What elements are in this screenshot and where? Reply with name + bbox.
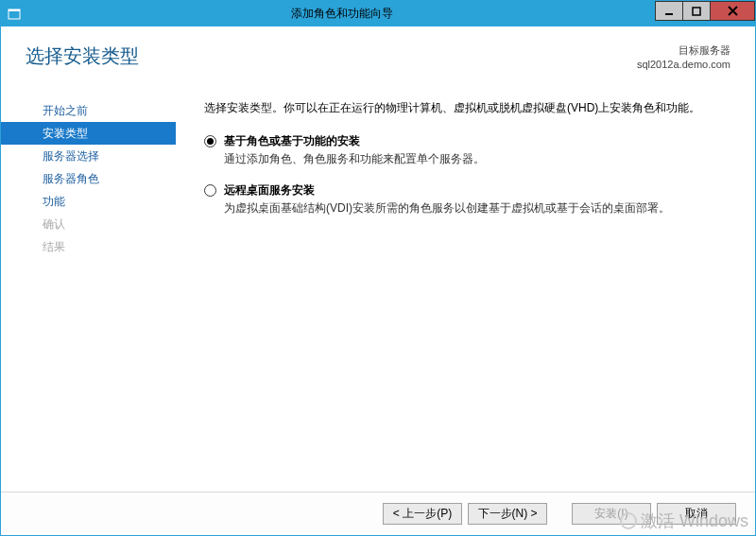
close-button[interactable]	[710, 1, 755, 21]
option-rds[interactable]: 远程桌面服务安装 为虚拟桌面基础结构(VDI)安装所需的角色服务以创建基于虚拟机…	[204, 182, 732, 216]
nav-confirmation: 确认	[1, 213, 176, 235]
radio-role-based[interactable]	[204, 135, 216, 147]
option-rds-desc: 为虚拟桌面基础结构(VDI)安装所需的角色服务以创建基于虚拟机或基于会话的桌面部…	[224, 199, 732, 216]
nav-install-type[interactable]: 安装类型	[1, 122, 176, 145]
nav-server-selection[interactable]: 服务器选择	[1, 145, 176, 167]
target-server-name: sql2012a.demo.com	[637, 58, 730, 72]
target-server-label: 目标服务器	[637, 43, 730, 58]
option-role-based-text: 基于角色或基于功能的安装 通过添加角色、角色服务和功能来配置单个服务器。	[224, 133, 732, 167]
nav-before-begin[interactable]: 开始之前	[1, 99, 176, 122]
page-title: 选择安装类型	[26, 43, 637, 69]
minimize-button[interactable]	[655, 1, 683, 21]
maximize-button[interactable]	[682, 1, 711, 21]
option-rds-text: 远程桌面服务安装 为虚拟桌面基础结构(VDI)安装所需的角色服务以创建基于虚拟机…	[224, 182, 732, 216]
option-role-based-title: 基于角色或基于功能的安装	[224, 133, 732, 149]
wizard-footer: < 上一步(P) 下一步(N) > 安装(I) 取消	[1, 492, 755, 535]
intro-text: 选择安装类型。你可以在正在运行的物理计算机、虚拟机或脱机虚拟硬盘(VHD)上安装…	[204, 99, 732, 116]
svg-rect-1	[9, 9, 20, 11]
install-button: 安装(I)	[572, 503, 651, 525]
wizard-nav: 开始之前 安装类型 服务器选择 服务器角色 功能 确认 结果	[1, 82, 176, 492]
wizard-content: 选择安装类型。你可以在正在运行的物理计算机、虚拟机或脱机虚拟硬盘(VHD)上安装…	[176, 82, 755, 492]
radio-rds[interactable]	[204, 184, 216, 197]
previous-button[interactable]: < 上一步(P)	[383, 503, 462, 525]
target-server-info: 目标服务器 sql2012a.demo.com	[637, 43, 730, 73]
nav-features[interactable]: 功能	[1, 190, 176, 213]
nav-server-roles[interactable]: 服务器角色	[1, 167, 176, 190]
option-role-based[interactable]: 基于角色或基于功能的安装 通过添加角色、角色服务和功能来配置单个服务器。	[204, 133, 732, 167]
window-title: 添加角色和功能向导	[27, 6, 656, 22]
option-rds-title: 远程桌面服务安装	[224, 182, 732, 199]
wizard-header: 选择安装类型 目标服务器 sql2012a.demo.com	[1, 26, 755, 82]
nav-results: 结果	[1, 235, 176, 258]
wizard-body: 开始之前 安装类型 服务器选择 服务器角色 功能 确认 结果 选择安装类型。你可…	[1, 82, 755, 492]
next-button[interactable]: 下一步(N) >	[468, 503, 547, 525]
cancel-button[interactable]: 取消	[657, 503, 736, 525]
app-icon	[1, 8, 27, 21]
titlebar[interactable]: 添加角色和功能向导	[1, 1, 755, 26]
window-controls	[656, 1, 755, 21]
svg-rect-3	[693, 8, 700, 15]
wizard-window: 添加角色和功能向导 选择安装类型 目标服务器 sql2012a.demo.com…	[0, 0, 756, 536]
option-role-based-desc: 通过添加角色、角色服务和功能来配置单个服务器。	[224, 150, 732, 167]
